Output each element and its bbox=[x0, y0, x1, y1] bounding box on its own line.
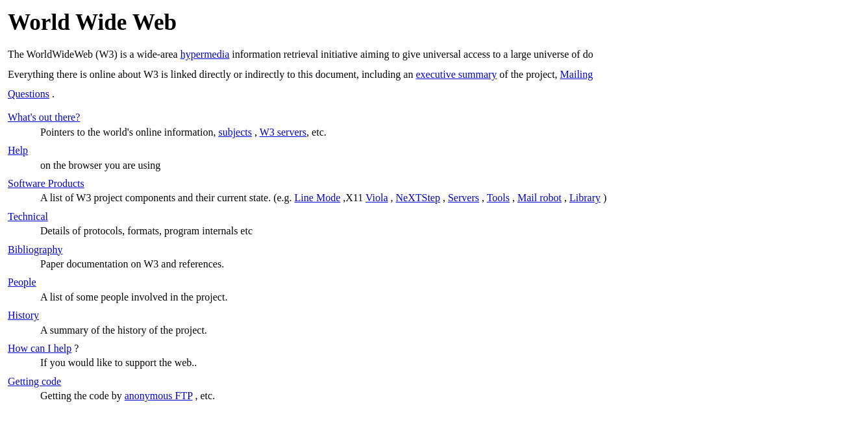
people-desc: A list of some people involved in the pr… bbox=[8, 290, 860, 304]
bibliography-link[interactable]: Bibliography bbox=[8, 243, 860, 257]
how-can-i-help-line: How can I help ? bbox=[8, 343, 79, 354]
servers-link[interactable]: Servers bbox=[448, 192, 479, 203]
technical-link[interactable]: Technical bbox=[8, 210, 860, 224]
subjects-link[interactable]: subjects bbox=[218, 127, 252, 138]
line-mode-link[interactable]: Line Mode bbox=[295, 192, 341, 203]
page-title: World Wide Web bbox=[8, 6, 860, 38]
executive-summary-link[interactable]: executive summary bbox=[415, 69, 497, 80]
how-can-i-help-desc: If you would like to support the web.. bbox=[8, 356, 860, 370]
w3-servers-link[interactable]: W3 servers bbox=[260, 127, 306, 138]
questions-line: Questions . bbox=[8, 87, 860, 101]
help-desc: on the browser you are using bbox=[8, 158, 860, 173]
how-can-i-help-after: ? bbox=[71, 343, 79, 354]
how-can-i-help-link[interactable]: How can I help bbox=[8, 343, 71, 354]
section-how-can-i-help: How can I help ? If you would like to su… bbox=[8, 341, 860, 371]
mailing-link[interactable]: Mailing bbox=[560, 69, 593, 80]
getting-code-desc: Getting the code by anonymous FTP , etc. bbox=[8, 389, 860, 403]
intro1-before: The WorldWideWeb (W3) is a wide-area bbox=[8, 49, 180, 60]
history-desc: A summary of the history of the project. bbox=[8, 323, 860, 338]
whats-out-there-link[interactable]: What's out there? bbox=[8, 110, 860, 125]
bibliography-desc: Paper documentation on W3 and references… bbox=[8, 257, 860, 271]
questions-after: . bbox=[49, 88, 55, 99]
intro2-middle: of the project, bbox=[497, 69, 560, 80]
section-getting-code: Getting code Getting the code by anonymo… bbox=[8, 375, 860, 404]
technical-desc: Details of protocols, formats, program i… bbox=[8, 224, 860, 238]
viola-link[interactable]: Viola bbox=[366, 192, 388, 203]
intro2-before: Everything there is online about W3 is l… bbox=[8, 69, 415, 80]
section-help: Help on the browser you are using bbox=[8, 143, 860, 173]
help-link[interactable]: Help bbox=[8, 143, 860, 158]
software-products-desc: A list of W3 project components and thei… bbox=[8, 191, 860, 205]
anonymous-ftp-link[interactable]: anonymous FTP bbox=[125, 390, 193, 401]
intro-paragraph-1: The WorldWideWeb (W3) is a wide-area hyp… bbox=[8, 47, 860, 62]
section-technical: Technical Details of protocols, formats,… bbox=[8, 210, 860, 239]
tools-link[interactable]: Tools bbox=[487, 192, 510, 203]
section-people: People A list of some people involved in… bbox=[8, 275, 860, 304]
library-link[interactable]: Library bbox=[569, 192, 601, 203]
mail-robot-link[interactable]: Mail robot bbox=[517, 192, 562, 203]
section-bibliography: Bibliography Paper documentation on W3 a… bbox=[8, 243, 860, 272]
hypermedia-link[interactable]: hypermedia bbox=[180, 49, 230, 60]
people-link[interactable]: People bbox=[8, 275, 860, 290]
getting-code-link[interactable]: Getting code bbox=[8, 375, 860, 389]
section-software-products: Software Products A list of W3 project c… bbox=[8, 177, 860, 206]
intro1-after: information retrieval initiative aiming … bbox=[229, 49, 593, 60]
software-products-link[interactable]: Software Products bbox=[8, 177, 860, 191]
section-history: History A summary of the history of the … bbox=[8, 308, 860, 338]
history-link[interactable]: History bbox=[8, 308, 860, 323]
questions-link[interactable]: Questions bbox=[8, 88, 49, 99]
nextstep-link[interactable]: NeXTStep bbox=[396, 192, 440, 203]
section-whats-out-there: What's out there? Pointers to the world'… bbox=[8, 110, 860, 140]
whats-out-there-desc: Pointers to the world's online informati… bbox=[8, 125, 860, 140]
intro-paragraph-2: Everything there is online about W3 is l… bbox=[8, 68, 860, 82]
